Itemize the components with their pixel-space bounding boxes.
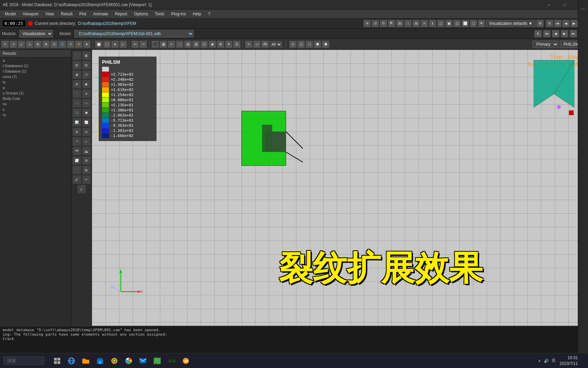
tree-item-rs[interactable]: rs [0,112,71,118]
obj-icon[interactable]: ◫ [297,41,305,48]
tree-item-a[interactable]: a [0,85,71,90]
side-icon-27[interactable]: 🖌 [72,175,81,184]
tool-4[interactable]: ⬚ [176,41,183,48]
taskbar-abaqus-icon[interactable]: Ab [180,355,192,367]
minimize-button[interactable]: ─ [541,0,557,10]
tree-item-groups[interactable]: y Groups (1) [0,90,71,96]
tool-2[interactable]: ▦ [160,41,167,48]
taskbar-maps-icon[interactable] [151,355,163,367]
copy-icon[interactable]: ⎘ [289,41,297,48]
all-icon[interactable]: All [261,41,269,48]
tool-11[interactable]: Ω [233,41,241,48]
menu-result[interactable]: Result [58,11,76,17]
menu-viewport[interactable]: Viewport [19,11,42,17]
taskbar-files-icon[interactable] [51,355,63,367]
cursor-icon[interactable]: ↖ [245,41,252,48]
tool-1[interactable]: ⬛ [151,41,159,48]
menu-report[interactable]: Report [112,11,131,17]
menu-options[interactable]: Options [131,11,151,17]
sec-icon[interactable]: ⬣ [314,41,321,48]
tree-item-s[interactable]: s [0,107,71,112]
tray-caret[interactable]: ∧ [538,358,541,363]
taskbar-explorer-icon[interactable] [80,355,92,367]
side-icon-26[interactable]: ▧ [82,166,91,174]
side-icon-11[interactable]: ↔ [72,99,81,108]
undo-icon[interactable]: ↩ [131,41,139,48]
side-icon-23[interactable]: 📉 [72,156,81,165]
mesh-icon[interactable]: ⬡ [306,41,313,48]
prev-end-btn[interactable]: ⏮ [554,20,561,27]
icon-bar-7[interactable]: ① [50,41,58,48]
side-icon-2[interactable]: ▦ [82,51,91,60]
menu-plot[interactable]: Plot [76,11,90,17]
primary-select[interactable]: Primary [533,41,558,48]
icon-bar-5[interactable]: ⊕ [34,41,42,48]
align-icon[interactable]: ≡ [421,20,428,27]
search-input[interactable] [3,356,44,365]
side-icon-7[interactable]: ⊞ [72,80,81,89]
icon-bar-9[interactable]: ③ [67,41,74,48]
side-icon-3[interactable]: ▤ [72,61,81,70]
menu-model[interactable]: Model [1,11,19,17]
shape-4[interactable]: ▷ [119,41,127,48]
side-icon-24[interactable]: ⊠ [82,156,91,165]
side-icon-28[interactable]: ✏ [82,175,91,184]
taskbar-email-icon[interactable] [137,355,149,367]
menu-animate[interactable]: Animate [90,11,112,17]
next-btn[interactable]: ▶ [570,20,578,27]
tool-5[interactable]: ▤ [184,41,192,48]
tree-item-database[interactable]: l Database (1) [0,68,71,74]
playback-next-end[interactable]: ⏭ [570,30,577,37]
side-icon-21[interactable]: 🗺 [72,147,81,155]
zoom-icon[interactable]: 🔍 [388,20,395,27]
taskbar-store-icon[interactable] [94,355,106,367]
tree-item-0[interactable]: a [0,58,71,63]
prev-btn[interactable]: ◀ [562,20,570,27]
side-icon-8[interactable]: ▣ [82,80,91,89]
taskbar-terminal-icon[interactable]: C:\> [165,355,178,367]
tree-item-databases[interactable]: t Databases (1) [0,63,71,68]
menu-view[interactable]: View [42,11,58,17]
box4-icon[interactable]: ⬜ [461,20,469,27]
fit-icon[interactable]: ⊞ [396,20,404,27]
side-icon-16[interactable]: 📈 [82,118,91,127]
side-icon-5[interactable]: ◉ [72,70,81,79]
model-select[interactable]: D:/soft/abaqus2018/temp/XFEM/Job-001.odb [75,30,194,37]
icon-bar-6[interactable]: ⊗ [42,41,50,48]
icon-bar-2[interactable]: ↗ [10,41,17,48]
playback-pause[interactable]: ⏸ [534,30,542,37]
side-icon-17[interactable]: ⊞ [72,127,81,136]
icon-bar-8[interactable]: ② [59,41,66,48]
tree-item-ns[interactable]: ns [0,101,71,107]
side-icon-18[interactable]: ⊟ [82,127,91,136]
info-icon[interactable]: ℹ [429,20,436,27]
box3-icon[interactable]: ◫ [453,20,461,27]
tree-item-ts[interactable]: ts [0,79,71,85]
taskbar-chrome-icon[interactable] [122,355,135,367]
icon-bar-arrow[interactable]: ➤ [83,41,91,48]
side-icon-10[interactable]: ⊕ [82,89,91,98]
icon-bar-3[interactable]: ↙ [18,41,25,48]
display-select[interactable]: All [270,41,282,47]
pan-icon[interactable]: ↕ [404,20,412,27]
tool-8[interactable]: ◉ [209,41,216,48]
pause-btn[interactable]: ⏸ [546,20,553,27]
box1-icon[interactable]: ◻ [437,20,444,27]
side-icon-25[interactable]: ⬛ [72,166,81,174]
side-icon-1[interactable]: ⬛ [72,51,81,60]
taskbar-firefox-icon[interactable] [108,355,120,367]
side-icon-19[interactable]: ↗ [72,137,81,146]
module-select[interactable]: Visualization [19,30,53,37]
side-icon-22[interactable]: 🗻 [82,147,91,155]
side-icon-9[interactable]: ⋮ [72,89,81,98]
side-icon-14[interactable]: ⬢ [82,108,91,117]
mat-icon[interactable]: ⬢ [322,41,329,48]
vis-icon[interactable]: 👁 [478,20,485,27]
icon-bar-1[interactable]: ↖ [1,41,9,48]
shape-1[interactable]: ⬤ [95,41,102,48]
maximize-button[interactable]: □ [557,0,572,10]
tree-item-bodycuts[interactable]: Body Cuts [0,96,71,101]
menu-question[interactable]: ? [205,11,214,17]
playback-prev[interactable]: ◀ [552,30,559,37]
playback-prev-end[interactable]: ⏮ [543,30,551,37]
